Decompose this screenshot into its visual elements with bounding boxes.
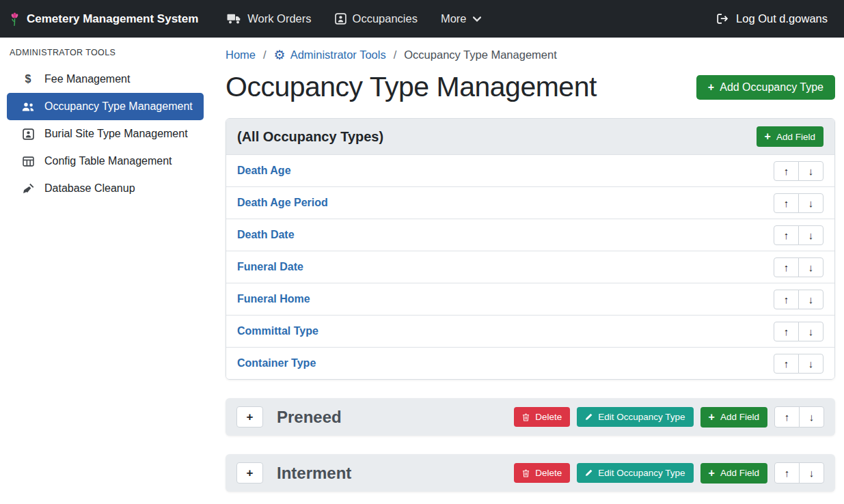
breadcrumb-home-link[interactable]: Home: [226, 48, 256, 61]
move-up-button[interactable]: ↑: [774, 462, 800, 484]
reorder-button-group: ↑ ↓: [774, 225, 823, 245]
breadcrumb-admin-tools-label: Administrator Tools: [290, 48, 386, 61]
move-up-button[interactable]: ↑: [774, 193, 799, 213]
field-row: Container Type ↑ ↓: [226, 347, 834, 379]
reorder-button-group: ↑ ↓: [774, 193, 823, 213]
trash-icon: [522, 469, 530, 477]
delete-button[interactable]: Delete: [514, 407, 570, 427]
field-link[interactable]: Death Age Period: [237, 197, 328, 209]
add-field-label: Add Field: [776, 132, 815, 142]
add-field-button[interactable]: + Add Field: [700, 463, 767, 484]
sidebar-item-occupancy-type-management[interactable]: Occupancy Type Management: [7, 93, 204, 120]
down-arrow-icon: ↓: [808, 326, 814, 337]
edit-occupancy-type-button[interactable]: Edit Occupancy Type: [577, 463, 693, 483]
sidebar: ADMINISTRATOR TOOLS $ Fee Management Occ…: [0, 38, 210, 504]
field-link[interactable]: Committal Type: [237, 325, 318, 337]
field-link[interactable]: Death Age: [237, 165, 291, 177]
breadcrumb: Home / ⚙ Administrator Tools / Occupancy…: [226, 48, 835, 61]
sidebar-item-fee-management[interactable]: $ Fee Management: [7, 66, 204, 93]
delete-button[interactable]: Delete: [514, 463, 570, 483]
field-link[interactable]: Death Date: [237, 229, 295, 241]
gear-icon: ⚙: [274, 48, 286, 61]
table-icon: [21, 156, 36, 167]
reorder-button-group: ↑ ↓: [774, 462, 824, 484]
pencil-icon: [585, 413, 593, 421]
occupancy-type-section: + Preneed Delete Edit Occupancy Type + A…: [226, 398, 835, 436]
brand[interactable]: Cemetery Management System: [10, 12, 198, 27]
logout-icon: [717, 14, 730, 24]
up-arrow-icon: ↑: [784, 229, 789, 241]
move-up-button[interactable]: ↑: [774, 290, 799, 309]
section-title: Interment: [277, 464, 351, 483]
sidebar-item-label: Config Table Management: [44, 155, 172, 167]
broom-icon: [21, 183, 36, 195]
person-square-icon: [335, 13, 346, 25]
reorder-button-group: ↑ ↓: [774, 290, 823, 309]
field-row: Committal Type ↑ ↓: [226, 315, 834, 347]
field-link[interactable]: Container Type: [237, 357, 316, 369]
breadcrumb-separator: /: [263, 48, 267, 61]
move-down-button[interactable]: ↓: [799, 462, 824, 484]
breadcrumb-admin-tools-link[interactable]: ⚙ Administrator Tools: [274, 48, 386, 61]
move-down-button[interactable]: ↓: [798, 290, 823, 309]
move-down-button[interactable]: ↓: [798, 322, 823, 341]
add-field-button[interactable]: + Add Field: [700, 407, 767, 428]
sidebar-header: ADMINISTRATOR TOOLS: [7, 48, 204, 66]
move-up-button[interactable]: ↑: [774, 257, 799, 277]
move-up-button[interactable]: ↑: [774, 161, 799, 181]
logout-link[interactable]: Log Out d.gowans: [717, 12, 828, 25]
type-sections: + Preneed Delete Edit Occupancy Type + A…: [226, 398, 835, 492]
down-arrow-icon: ↓: [808, 262, 814, 273]
sidebar-item-burial-site-type-management[interactable]: Burial Site Type Management: [7, 120, 204, 148]
reorder-button-group: ↑ ↓: [774, 161, 823, 181]
add-occupancy-type-button[interactable]: + Add Occupancy Type: [696, 75, 835, 100]
down-arrow-icon: ↓: [808, 294, 814, 305]
up-arrow-icon: ↑: [784, 165, 789, 177]
pencil-icon: [585, 469, 593, 477]
move-down-button[interactable]: ↓: [798, 257, 823, 277]
breadcrumb-current: Occupancy Type Management: [404, 48, 557, 61]
move-down-button[interactable]: ↓: [799, 406, 824, 428]
plus-icon: +: [708, 82, 714, 93]
nav-item-label: Work Orders: [247, 12, 311, 25]
plus-icon: +: [709, 468, 715, 479]
up-arrow-icon: ↑: [785, 467, 790, 479]
move-down-button[interactable]: ↓: [798, 161, 823, 181]
expand-section-button[interactable]: +: [236, 406, 263, 428]
chevron-down-icon: [473, 16, 481, 22]
move-down-button[interactable]: ↓: [798, 354, 823, 374]
move-down-button[interactable]: ↓: [798, 225, 823, 245]
sidebar-item-label: Database Cleanup: [44, 182, 135, 195]
sidebar-item-label: Occupancy Type Management: [44, 100, 193, 113]
plus-icon: +: [765, 131, 771, 142]
trash-icon: [522, 413, 530, 421]
move-up-button[interactable]: ↑: [774, 354, 799, 374]
truck-icon: [227, 14, 241, 24]
move-up-button[interactable]: ↑: [774, 322, 799, 341]
move-up-button[interactable]: ↑: [774, 406, 800, 428]
sidebar-item-label: Burial Site Type Management: [44, 128, 188, 140]
edit-occupancy-type-button[interactable]: Edit Occupancy Type: [577, 407, 693, 427]
up-arrow-icon: ↑: [784, 326, 789, 337]
up-arrow-icon: ↑: [784, 197, 789, 209]
down-arrow-icon: ↓: [808, 358, 814, 369]
nav-more[interactable]: More: [441, 12, 481, 25]
down-arrow-icon: ↓: [808, 165, 814, 177]
nav-occupancies[interactable]: Occupancies: [335, 12, 418, 25]
plus-icon: +: [709, 412, 715, 423]
field-link[interactable]: Funeral Home: [237, 293, 310, 305]
move-down-button[interactable]: ↓: [798, 193, 823, 213]
move-up-button[interactable]: ↑: [774, 225, 799, 245]
person-square-icon: [21, 128, 36, 140]
card-header: (All Occupancy Types) + Add Field: [226, 119, 834, 154]
field-link[interactable]: Funeral Date: [237, 261, 303, 273]
sidebar-item-config-table-management[interactable]: Config Table Management: [7, 148, 204, 175]
nav-work-orders[interactable]: Work Orders: [227, 12, 311, 25]
expand-section-button[interactable]: +: [236, 462, 263, 484]
sidebar-item-database-cleanup[interactable]: Database Cleanup: [7, 175, 204, 202]
top-navbar: Cemetery Management System Work Orders O…: [0, 0, 844, 38]
delete-label: Delete: [535, 412, 562, 422]
add-occupancy-type-label: Add Occupancy Type: [720, 81, 823, 94]
sidebar-item-label: Fee Management: [44, 73, 130, 85]
add-field-button[interactable]: + Add Field: [757, 126, 823, 147]
